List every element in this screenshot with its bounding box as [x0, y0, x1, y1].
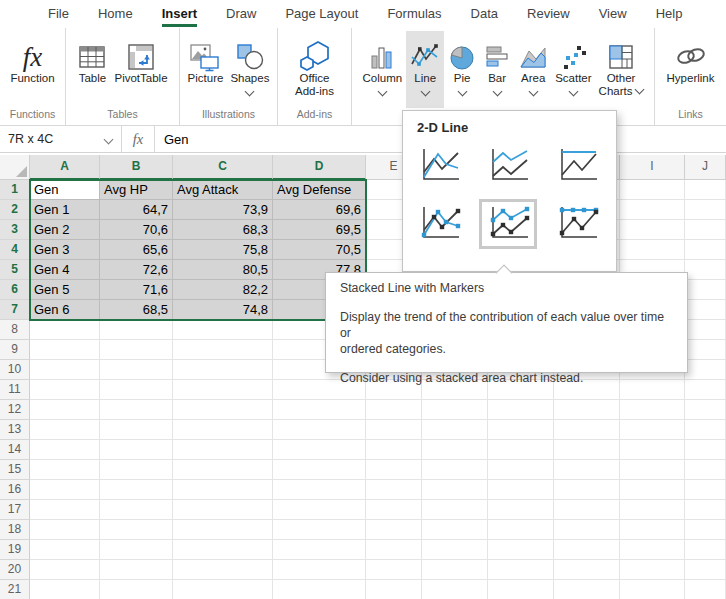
cell-A8[interactable] — [30, 320, 100, 340]
cell-F16[interactable] — [422, 480, 488, 500]
cell-J2[interactable] — [685, 200, 726, 220]
cell-B12[interactable] — [100, 400, 173, 420]
cell-H13[interactable] — [554, 420, 620, 440]
cell-I19[interactable] — [620, 540, 685, 560]
cell-J5[interactable] — [685, 260, 726, 280]
row-header-13[interactable]: 13 — [0, 420, 30, 440]
cell-I16[interactable] — [620, 480, 685, 500]
cell-H17[interactable] — [554, 500, 620, 520]
shapes-button[interactable]: Shapes — [227, 31, 272, 108]
cell-F18[interactable] — [422, 520, 488, 540]
cell-A14[interactable] — [30, 440, 100, 460]
cell-H21[interactable] — [554, 580, 620, 599]
column-header-I[interactable]: I — [620, 155, 685, 180]
cell-A16[interactable] — [30, 480, 100, 500]
row-header-15[interactable]: 15 — [0, 460, 30, 480]
cell-A20[interactable] — [30, 560, 100, 580]
row-header-17[interactable]: 17 — [0, 500, 30, 520]
cell-D17[interactable] — [273, 500, 366, 520]
cell-F19[interactable] — [422, 540, 488, 560]
cell-J12[interactable] — [685, 400, 726, 420]
cell-J18[interactable] — [685, 520, 726, 540]
cell-D12[interactable] — [273, 400, 366, 420]
cell-G13[interactable] — [488, 420, 554, 440]
tab-view[interactable]: View — [599, 0, 627, 28]
row-header-6[interactable]: 6 — [0, 280, 30, 300]
cell-C18[interactable] — [173, 520, 273, 540]
insert-function-button[interactable]: fx — [122, 126, 155, 152]
cell-A2[interactable]: Gen 1 — [30, 200, 100, 220]
cell-C5[interactable]: 80,5 — [173, 260, 273, 280]
cell-G16[interactable] — [488, 480, 554, 500]
cell-E18[interactable] — [366, 520, 422, 540]
table-button[interactable]: Table — [74, 31, 110, 108]
cell-H18[interactable] — [554, 520, 620, 540]
cell-I12[interactable] — [620, 400, 685, 420]
cell-B9[interactable] — [100, 340, 173, 360]
cell-A12[interactable] — [30, 400, 100, 420]
cell-B19[interactable] — [100, 540, 173, 560]
cell-J17[interactable] — [685, 500, 726, 520]
cell-F15[interactable] — [422, 460, 488, 480]
cell-A13[interactable] — [30, 420, 100, 440]
cell-E20[interactable] — [366, 560, 422, 580]
cell-D15[interactable] — [273, 460, 366, 480]
cell-E15[interactable] — [366, 460, 422, 480]
menu-item-stacked-line-with-markers[interactable] — [485, 205, 531, 243]
cell-J4[interactable] — [685, 240, 726, 260]
cell-A3[interactable]: Gen 2 — [30, 220, 100, 240]
cell-C8[interactable] — [173, 320, 273, 340]
hyperlink-button[interactable]: Hyperlink — [664, 31, 718, 108]
cell-B5[interactable]: 72,6 — [100, 260, 173, 280]
area-chart-button[interactable]: Area — [515, 31, 551, 108]
cell-B3[interactable]: 70,6 — [100, 220, 173, 240]
row-header-7[interactable]: 7 — [0, 300, 30, 320]
cell-D18[interactable] — [273, 520, 366, 540]
tab-page-layout[interactable]: Page Layout — [285, 0, 358, 28]
cell-E17[interactable] — [366, 500, 422, 520]
cell-C13[interactable] — [173, 420, 273, 440]
cell-G15[interactable] — [488, 460, 554, 480]
tab-help[interactable]: Help — [656, 0, 683, 28]
cell-B17[interactable] — [100, 500, 173, 520]
cell-H15[interactable] — [554, 460, 620, 480]
row-header-4[interactable]: 4 — [0, 240, 30, 260]
cell-G18[interactable] — [488, 520, 554, 540]
cell-C19[interactable] — [173, 540, 273, 560]
cell-I1[interactable] — [620, 180, 685, 200]
cell-C1[interactable]: Avg Attack — [173, 180, 273, 200]
cell-J15[interactable] — [685, 460, 726, 480]
column-header-A[interactable]: A — [30, 155, 100, 180]
cell-F20[interactable] — [422, 560, 488, 580]
cell-E16[interactable] — [366, 480, 422, 500]
cell-E13[interactable] — [366, 420, 422, 440]
cell-B2[interactable]: 64,7 — [100, 200, 173, 220]
tab-formulas[interactable]: Formulas — [387, 0, 441, 28]
cell-A15[interactable] — [30, 460, 100, 480]
cell-H14[interactable] — [554, 440, 620, 460]
cell-J9[interactable] — [685, 340, 726, 360]
tab-data[interactable]: Data — [471, 0, 498, 28]
cell-J3[interactable] — [685, 220, 726, 240]
menu-item-100-stacked-line-with-markers[interactable] — [554, 205, 600, 243]
cell-J20[interactable] — [685, 560, 726, 580]
line-chart-button[interactable]: Line — [406, 31, 444, 108]
cell-D21[interactable] — [273, 580, 366, 599]
tab-home[interactable]: Home — [98, 0, 133, 28]
menu-item-100-stacked-line[interactable] — [554, 147, 600, 185]
column-header-D[interactable]: D — [273, 155, 366, 180]
cell-F21[interactable] — [422, 580, 488, 599]
menu-item-stacked-line[interactable] — [485, 147, 531, 185]
cell-J8[interactable] — [685, 320, 726, 340]
tab-insert[interactable]: Insert — [162, 0, 197, 28]
cell-A17[interactable] — [30, 500, 100, 520]
cell-I4[interactable] — [620, 240, 685, 260]
cell-I17[interactable] — [620, 500, 685, 520]
cell-D4[interactable]: 70,5 — [273, 240, 366, 260]
cell-B13[interactable] — [100, 420, 173, 440]
cell-F14[interactable] — [422, 440, 488, 460]
office-add-ins-button[interactable]: Office Add-ins — [292, 31, 337, 108]
name-box[interactable]: 7R x 4C — [0, 126, 122, 152]
cell-J13[interactable] — [685, 420, 726, 440]
pivottable-button[interactable]: PivotTable — [111, 31, 170, 108]
